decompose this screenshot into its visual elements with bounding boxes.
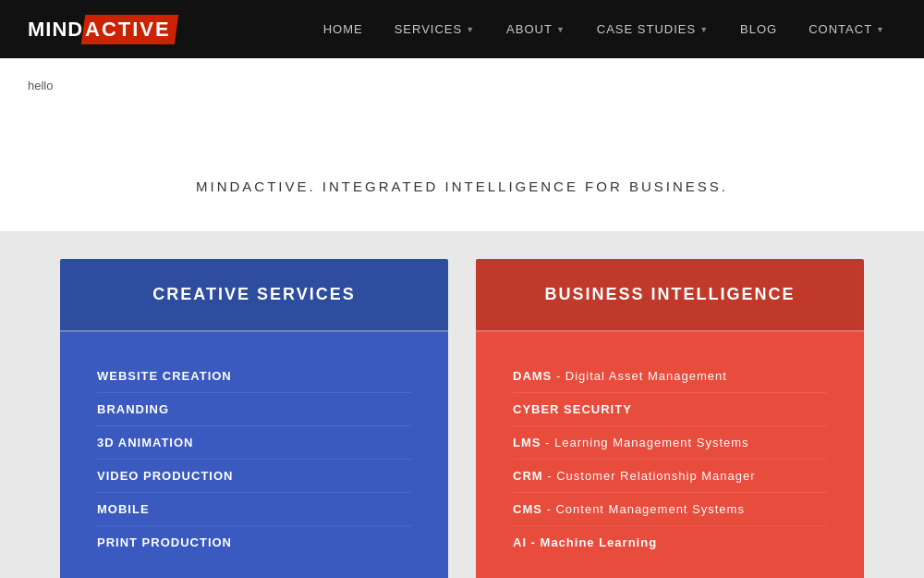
bi-item-bold: CRM <box>513 469 543 483</box>
content-area: hello <box>0 58 924 123</box>
tagline: MINDACTIVE. INTEGRATED INTELLIGENCE FOR … <box>18 178 906 194</box>
logo-brush: ACTIVE <box>83 15 176 44</box>
nav-item-case-studies[interactable]: CASE STUDIES ▼ <box>586 18 720 41</box>
bi-item-bold: CYBER SECURITY <box>513 402 632 416</box>
list-item: WEBSITE CREATION <box>97 360 411 393</box>
creative-services-body: WEBSITE CREATION BRANDING 3D ANIMATION V… <box>60 332 448 578</box>
nav-label-about: ABOUT <box>506 22 553 36</box>
list-item: VIDEO PRODUCTION <box>97 460 411 493</box>
list-item: CYBER SECURITY <box>513 393 827 426</box>
nav-link-home[interactable]: HOME <box>312 18 374 41</box>
bi-item-bold: CMS <box>513 502 542 516</box>
logo[interactable]: MIND ACTIVE <box>28 15 176 44</box>
list-item: MOBILE <box>97 493 411 526</box>
nav-label-case-studies: CASE STUDIES <box>597 22 696 36</box>
main-navigation: MIND ACTIVE HOME SERVICES ▼ ABOUT ▼ <box>0 0 924 58</box>
business-intelligence-header: BUSINESS INTELLIGENCE <box>476 259 864 332</box>
logo-mind: MIND <box>28 18 83 42</box>
list-item: PRINT PRODUCTION <box>97 526 411 559</box>
nav-link-blog[interactable]: BLOG <box>729 18 788 41</box>
list-item: 3D ANIMATION <box>97 426 411 460</box>
creative-services-card: CREATIVE SERVICES WEBSITE CREATION BRAND… <box>60 259 448 578</box>
nav-links: HOME SERVICES ▼ ABOUT ▼ CASE STUDIES ▼ B… <box>312 18 896 41</box>
nav-link-about[interactable]: ABOUT ▼ <box>495 18 577 41</box>
nav-item-blog[interactable]: BLOG <box>729 18 788 41</box>
bi-item-bold: LMS <box>513 436 541 449</box>
nav-item-about[interactable]: ABOUT ▼ <box>495 18 577 41</box>
nav-item-home[interactable]: HOME <box>312 18 374 41</box>
list-item: CMS - Content Management Systems <box>513 493 827 526</box>
list-item: LMS - Learning Management Systems <box>513 426 827 460</box>
bi-item-bold: DAMS <box>513 369 552 383</box>
nav-link-contact[interactable]: CONTACT ▼ <box>797 18 896 41</box>
business-intelligence-body: DAMS - Digital Asset Management CYBER SE… <box>476 332 864 578</box>
list-item: DAMS - Digital Asset Management <box>513 360 827 393</box>
list-item: AI - Machine Learning <box>513 526 827 559</box>
cards-section: CREATIVE SERVICES WEBSITE CREATION BRAND… <box>0 231 924 578</box>
chevron-down-icon: ▼ <box>699 25 709 34</box>
list-item: CRM - Customer Relationship Manager <box>513 460 827 493</box>
tagline-section: MINDACTIVE. INTEGRATED INTELLIGENCE FOR … <box>0 123 924 231</box>
nav-link-services[interactable]: SERVICES ▼ <box>383 18 486 41</box>
breadcrumb-text: hello <box>28 79 53 92</box>
nav-link-case-studies[interactable]: CASE STUDIES ▼ <box>586 18 720 41</box>
creative-services-title: CREATIVE SERVICES <box>79 285 430 304</box>
logo-active: ACTIVE <box>85 18 171 42</box>
list-item: BRANDING <box>97 393 411 426</box>
business-intelligence-card: BUSINESS INTELLIGENCE DAMS - Digital Ass… <box>476 259 864 578</box>
nav-label-blog: BLOG <box>740 22 777 36</box>
business-intelligence-list: DAMS - Digital Asset Management CYBER SE… <box>513 360 827 559</box>
nav-label-contact: CONTACT <box>808 22 872 36</box>
creative-services-list: WEBSITE CREATION BRANDING 3D ANIMATION V… <box>97 360 411 559</box>
nav-item-services[interactable]: SERVICES ▼ <box>383 18 486 41</box>
creative-services-header: CREATIVE SERVICES <box>60 259 448 332</box>
business-intelligence-title: BUSINESS INTELLIGENCE <box>494 285 845 304</box>
nav-item-contact[interactable]: CONTACT ▼ <box>797 18 896 41</box>
chevron-down-icon: ▼ <box>556 25 565 34</box>
chevron-down-icon: ▼ <box>466 25 475 34</box>
bi-item-bold: AI - Machine Learning <box>513 535 657 549</box>
chevron-down-icon: ▼ <box>876 25 885 34</box>
nav-label-services: SERVICES <box>395 22 463 36</box>
nav-label-home: HOME <box>323 22 363 36</box>
